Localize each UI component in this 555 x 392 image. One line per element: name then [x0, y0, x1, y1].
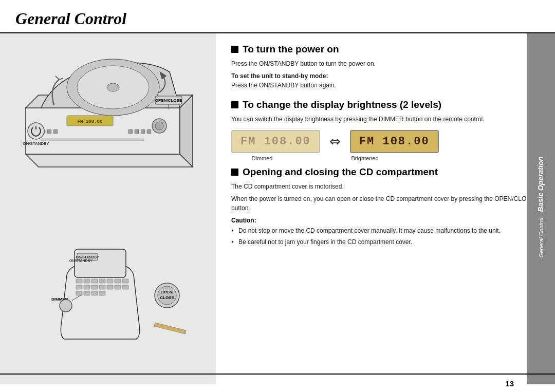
svg-rect-14: [135, 129, 139, 134]
section3-square: [231, 169, 238, 176]
svg-point-23: [28, 123, 44, 139]
section1-body: Press the ON/STANDBY button to turn the …: [231, 59, 545, 68]
svg-rect-45: [99, 291, 105, 295]
arrow-symbol: ⇔: [329, 134, 341, 150]
svg-point-6: [107, 83, 119, 91]
cd-player-illustration: FM 108.00 OPEN/CLOSE: [10, 41, 206, 206]
page-title: General Control: [15, 9, 126, 28]
main-content: FM 108.00 OPEN/CLOSE: [0, 33, 555, 384]
svg-rect-33: [115, 279, 121, 283]
section2-body: You can switch the display brightness by…: [231, 115, 545, 124]
svg-marker-3: [180, 95, 193, 167]
label-brightened: Brightened: [334, 155, 396, 161]
page-container: General Control: [0, 0, 555, 392]
svg-marker-0: [26, 154, 193, 167]
svg-rect-32: [107, 279, 113, 283]
svg-rect-43: [84, 291, 90, 295]
standby-body: Press the ON/STANDBY button again.: [231, 82, 336, 89]
svg-rect-11: [47, 129, 51, 134]
fm-display-bright: FM 108.00: [350, 130, 439, 153]
svg-rect-30: [91, 279, 98, 283]
svg-point-18: [155, 122, 163, 130]
section3-body1: The CD compartment cover is motorised.: [231, 182, 545, 191]
svg-rect-38: [99, 285, 105, 289]
right-panel: To turn the power on Press the ON/STANDB…: [216, 33, 555, 384]
svg-text:ON/STANDBY: ON/STANDBY: [23, 141, 49, 146]
fm-display-dimmed: FM 108.00: [231, 130, 320, 153]
svg-point-50: [60, 300, 72, 312]
section3-header: Opening and closing the CD compartment: [231, 166, 545, 178]
bottom-bar: 13: [0, 374, 555, 392]
remote-illustration: ON/STANDBY: [10, 206, 206, 370]
section3-body2: When the power is turned on, you can ope…: [231, 194, 545, 213]
svg-text:ON/STANDBY: ON/STANDBY: [76, 255, 99, 259]
section3-title: Opening and closing the CD compartment: [243, 166, 438, 178]
side-tab-sub: - General Control -: [538, 214, 544, 261]
svg-rect-41: [122, 285, 128, 289]
caution-item-1: Do not stop or move the CD compartment c…: [231, 226, 545, 235]
section2-header: To change the display brightness (2 leve…: [231, 99, 545, 110]
svg-rect-37: [91, 285, 98, 289]
svg-text:OPEN/: OPEN/: [161, 290, 174, 294]
section1-square: [231, 46, 238, 53]
caution-item-2: Be careful not to jam your fingers in th…: [231, 237, 545, 247]
svg-text:CLOSE: CLOSE: [160, 295, 174, 300]
page-number: 13: [505, 379, 514, 388]
svg-text:ON/STANDBY: ON/STANDBY: [69, 259, 92, 263]
svg-rect-29: [84, 279, 90, 283]
svg-rect-19: [41, 139, 144, 141]
title-area: General Control: [0, 0, 555, 33]
svg-rect-39: [107, 285, 113, 289]
section1-header: To turn the power on: [231, 44, 545, 55]
svg-rect-44: [91, 291, 98, 295]
caution-list: Do not stop or move the CD compartment c…: [231, 226, 545, 247]
side-tab-main: Basic Operation: [536, 157, 545, 212]
standby-label: To set the unit to stand-by mode:: [231, 72, 328, 80]
svg-text:FM 108.00: FM 108.00: [78, 119, 103, 124]
svg-rect-36: [84, 285, 90, 289]
svg-rect-28: [76, 279, 82, 283]
svg-rect-16: [147, 129, 151, 134]
svg-rect-15: [141, 129, 145, 134]
side-tab: Basic Operation - General Control -: [527, 33, 555, 384]
display-row: FM 108.00 ⇔ FM 108.00: [231, 130, 545, 153]
svg-rect-31: [99, 279, 105, 283]
label-dimmed: Dimmed: [231, 155, 293, 161]
caution-label: Caution:: [231, 217, 545, 224]
svg-rect-13: [128, 129, 133, 134]
svg-rect-35: [76, 285, 82, 289]
display-labels: Dimmed Brightened: [231, 155, 545, 161]
section1-standby: To set the unit to stand-by mode: Press …: [231, 71, 545, 90]
svg-rect-34: [122, 279, 128, 283]
section2-title: To change the display brightness (2 leve…: [243, 99, 441, 110]
svg-rect-40: [115, 285, 121, 289]
left-panel: FM 108.00 OPEN/CLOSE: [0, 33, 216, 384]
svg-text:OPEN/CLOSE: OPEN/CLOSE: [155, 98, 182, 103]
svg-rect-12: [53, 129, 58, 134]
section1-title: To turn the power on: [243, 44, 339, 55]
section2-square: [231, 101, 238, 108]
